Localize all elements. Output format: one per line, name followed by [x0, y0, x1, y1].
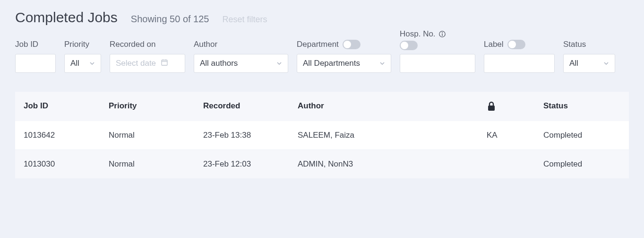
lock-icon	[487, 101, 543, 112]
recorded-on-datepicker[interactable]: Select date	[110, 54, 185, 73]
chevron-down-icon	[603, 61, 609, 66]
recorded-on-placeholder: Select date	[116, 59, 156, 68]
hosp-no-toggle[interactable]	[400, 41, 418, 50]
priority-value: All	[70, 59, 79, 68]
col-header-recorded[interactable]: Recorded	[203, 101, 298, 112]
showing-count: Showing 50 of 125	[131, 14, 209, 25]
cell-author: ADMIN, NonN3	[298, 159, 487, 169]
recorded-on-label: Recorded on	[110, 40, 155, 49]
svg-rect-0	[162, 60, 167, 65]
status-value: All	[569, 59, 578, 68]
calendar-icon	[161, 59, 168, 69]
chevron-down-icon	[89, 61, 95, 66]
cell-lock: KA	[487, 131, 543, 140]
cell-priority: Normal	[109, 131, 203, 140]
col-header-priority[interactable]: Priority	[109, 101, 203, 112]
status-label: Status	[563, 40, 586, 49]
department-toggle[interactable]	[343, 40, 361, 49]
cell-lock	[487, 159, 543, 169]
chevron-down-icon	[379, 61, 385, 66]
chevron-down-icon	[276, 61, 282, 66]
priority-label: Priority	[64, 40, 89, 49]
hosp-no-label: Hosp. No.	[400, 29, 436, 39]
cell-jobid: 1013642	[24, 131, 109, 140]
job-id-label: Job ID	[15, 40, 38, 49]
cell-recorded: 23-Feb 12:03	[203, 159, 298, 169]
page-title: Completed Jobs	[15, 9, 118, 26]
col-header-author[interactable]: Author	[298, 101, 487, 112]
label-toggle[interactable]	[507, 40, 525, 49]
department-label: Department	[297, 40, 339, 49]
label-input[interactable]	[484, 54, 555, 73]
job-id-input[interactable]	[15, 54, 56, 73]
svg-rect-6	[442, 34, 442, 36]
cell-status: Completed	[543, 159, 620, 169]
priority-select[interactable]: All	[64, 54, 101, 73]
table-row[interactable]: 1013030 Normal 23-Feb 12:03 ADMIN, NonN3…	[15, 150, 629, 179]
col-header-status[interactable]: Status	[543, 101, 620, 112]
department-select[interactable]: All Departments	[297, 54, 391, 73]
svg-point-5	[442, 32, 443, 33]
col-header-jobid[interactable]: Job ID	[24, 101, 109, 112]
label-field-label: Label	[484, 40, 504, 49]
status-select[interactable]: All	[563, 54, 615, 73]
table-row[interactable]: 1013642 Normal 23-Feb 13:38 SALEEM, Faiz…	[15, 121, 629, 150]
cell-recorded: 23-Feb 13:38	[203, 131, 298, 140]
author-value: All authors	[200, 59, 238, 68]
jobs-table: Job ID Priority Recorded Author Status 1…	[15, 92, 629, 179]
author-label: Author	[194, 40, 217, 49]
info-icon	[438, 30, 446, 38]
cell-priority: Normal	[109, 159, 203, 169]
cell-author: SALEEM, Faiza	[298, 131, 487, 140]
hosp-no-input[interactable]	[400, 54, 475, 73]
author-select[interactable]: All authors	[194, 54, 288, 73]
reset-filters-button[interactable]: Reset filters	[222, 15, 267, 25]
cell-jobid: 1013030	[24, 159, 109, 169]
table-header: Job ID Priority Recorded Author Status	[15, 92, 629, 121]
department-value: All Departments	[303, 59, 360, 68]
svg-rect-7	[488, 106, 495, 111]
cell-status: Completed	[543, 131, 620, 140]
